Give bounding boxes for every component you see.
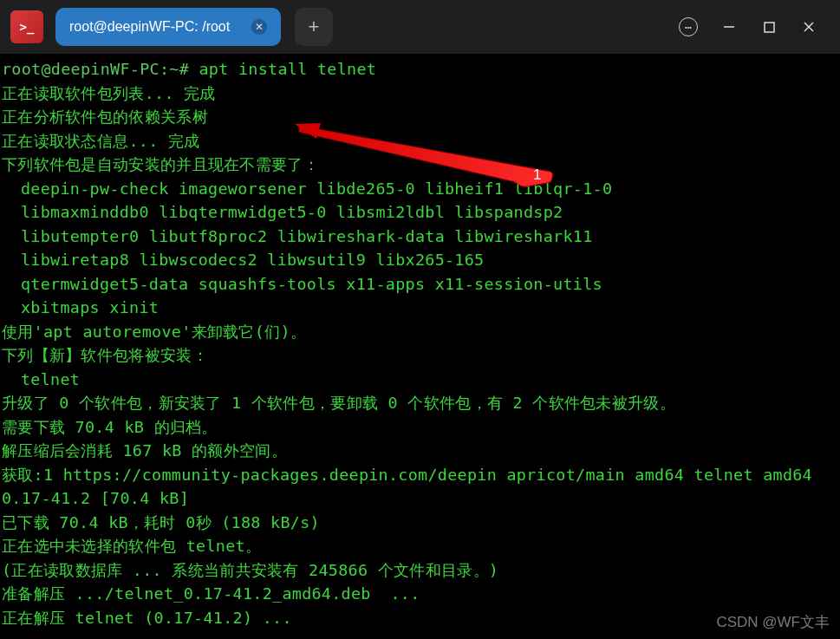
output-line: xbitmaps xinit bbox=[2, 296, 838, 320]
output-line: telnet bbox=[2, 368, 838, 392]
menu-icon[interactable]: ⋯ bbox=[679, 17, 698, 36]
output-line: 使用'apt autoremove'来卸载它(们)。 bbox=[2, 320, 838, 344]
output-line: 正在读取软件包列表... 完成 bbox=[2, 82, 838, 106]
output-line: 需要下载 70.4 kB 的归档。 bbox=[2, 415, 838, 440]
output-line: 正在分析软件包的依赖关系树 bbox=[2, 105, 838, 129]
command: apt install telnet bbox=[199, 60, 376, 78]
new-tab-button[interactable]: + bbox=[295, 8, 333, 46]
output-line: qtermwidget5-data squashfs-tools x11-app… bbox=[2, 272, 838, 297]
output-line: 正在选中未选择的软件包 telnet。 bbox=[2, 534, 838, 558]
watermark: CSDN @WF文丰 bbox=[716, 612, 830, 632]
tab-active[interactable]: root@deepinWF-PC: /root ✕ bbox=[55, 8, 281, 46]
window-controls: ⋯ bbox=[679, 17, 817, 36]
output-line: libutempter0 libutf8proc2 libwireshark-d… bbox=[2, 225, 838, 249]
output-line: 准备解压 .../telnet_0.17-41.2_amd64.deb ... bbox=[2, 582, 838, 606]
close-window-icon[interactable] bbox=[800, 18, 817, 36]
output-line: 正在读取状态信息... 完成 bbox=[2, 129, 838, 153]
output-line: 升级了 0 个软件包，新安装了 1 个软件包，要卸载 0 个软件包，有 2 个软… bbox=[2, 391, 838, 415]
app-icon: >_ bbox=[10, 10, 43, 43]
output-line: 下列【新】软件包将被安装： bbox=[2, 343, 838, 368]
minimize-icon[interactable] bbox=[720, 18, 738, 36]
tab-title: root@deepinWF-PC: /root bbox=[69, 19, 230, 35]
maximize-icon[interactable] bbox=[760, 18, 778, 36]
output-line: 下列软件包是自动安装的并且现在不需要了： bbox=[2, 153, 838, 177]
output-line: (正在读取数据库 ... 系统当前共安装有 245866 个文件和目录。) bbox=[2, 558, 838, 583]
close-icon[interactable]: ✕ bbox=[251, 19, 267, 35]
output-line: libwiretap8 libwscodecs2 libwsutil9 libx… bbox=[2, 248, 838, 272]
output-line: deepin-pw-check imageworsener libde265-0… bbox=[2, 177, 838, 201]
prompt: root@deepinWF-PC:~# bbox=[2, 60, 199, 78]
output-line: 正在解压 telnet (0.17-41.2) ... bbox=[2, 606, 838, 630]
svg-rect-1 bbox=[765, 23, 774, 32]
output-line: 已下载 70.4 kB，耗时 0秒 (188 kB/s) bbox=[2, 511, 838, 535]
output-line: 获取:1 https://community-packages.deepin.c… bbox=[2, 463, 838, 511]
titlebar: >_ root@deepinWF-PC: /root ✕ + ⋯ bbox=[0, 0, 840, 54]
terminal-output[interactable]: root@deepinWF-PC:~# apt install telnet 正… bbox=[0, 54, 840, 639]
output-line: libmaxminddb0 libqtermwidget5-0 libsmi2l… bbox=[2, 200, 838, 225]
output-line: 解压缩后会消耗 167 kB 的额外空间。 bbox=[2, 439, 838, 463]
